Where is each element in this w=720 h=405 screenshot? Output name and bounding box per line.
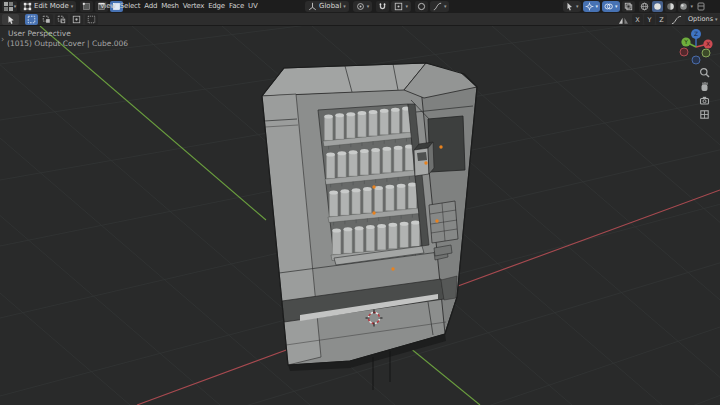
menu-mesh[interactable]: Mesh (159, 0, 181, 13)
active-object-label: (1015) Output Cover | Cube.006 (7, 39, 128, 48)
pan-hand-icon[interactable] (699, 81, 710, 92)
select-extend-mode[interactable] (40, 14, 53, 25)
coin-box-side (428, 142, 434, 174)
chevron-down-icon: ▾ (576, 1, 579, 12)
chevron-down-icon: ▾ (367, 1, 370, 12)
mirror-x-toggle[interactable]: X (632, 14, 643, 25)
tool-settings-bar: X Y Z Options ▾ (0, 13, 720, 26)
vertex-select-icon (82, 2, 91, 11)
show-overlays-toggle[interactable]: ▾ (602, 1, 620, 12)
right-face-recess (441, 276, 457, 300)
chevron-down-icon: ▾ (691, 1, 694, 12)
orientation-axes-icon (308, 2, 317, 11)
gizmo-minus-y-axis[interactable] (702, 49, 710, 57)
select-subtract-mode[interactable] (55, 14, 68, 25)
viewport-header: ▾ Edit Mode ▾ (0, 0, 720, 13)
chevron-down-icon: ▾ (14, 1, 17, 12)
select-extend-icon (42, 15, 51, 24)
rendered-sphere-icon (679, 2, 688, 11)
shading-wireframe-button[interactable] (639, 1, 650, 12)
editor-type-icon (3, 1, 14, 12)
gizmo-z-label: Z (694, 30, 698, 37)
menu-vertex[interactable]: Vertex (181, 0, 206, 13)
object-visibility-dropdown[interactable]: ▾ (563, 1, 581, 12)
show-gizmo-toggle[interactable]: ▾ (583, 1, 601, 12)
snap-toggle[interactable] (376, 1, 389, 12)
shading-solid-button[interactable] (652, 1, 663, 12)
visibility-pointer-icon (565, 2, 574, 11)
viewport-nav-controls (699, 67, 711, 120)
select-invert-mode[interactable] (70, 14, 83, 25)
gizmo-minus-x-axis[interactable] (680, 48, 688, 56)
proportional-circle-icon (417, 2, 426, 11)
shading-material-button[interactable] (665, 1, 676, 12)
menu-edge[interactable]: Edge (206, 0, 227, 13)
select-intersect-icon (87, 15, 96, 24)
camera-view-icon[interactable] (699, 95, 710, 106)
orientation-label: Global (319, 1, 341, 12)
select-invert-icon (72, 15, 81, 24)
select-new-icon (27, 15, 36, 24)
overlays-icon (604, 2, 613, 11)
select-set-mode[interactable] (25, 14, 38, 25)
xray-toggle[interactable] (622, 1, 635, 12)
proportional-editing-toggle[interactable] (415, 1, 428, 12)
xray-icon (624, 2, 633, 11)
options-dropdown[interactable]: Options ▾ (685, 14, 720, 25)
transform-orientation-dropdown[interactable]: Global ▾ (305, 1, 349, 12)
select-intersect-mode[interactable] (85, 14, 98, 25)
proportional-falloff-dropdown[interactable]: ▾ (430, 1, 450, 12)
header-edge-icon (697, 1, 705, 12)
menu-face[interactable]: Face (227, 0, 246, 13)
viewport-3d[interactable] (0, 0, 720, 405)
mirror-y-toggle[interactable]: Y (644, 14, 655, 25)
mode-label: Edit Mode (34, 1, 69, 12)
mode-dropdown[interactable]: Edit Mode ▾ (20, 1, 76, 12)
gizmo-icon (585, 2, 594, 11)
wireframe-sphere-icon (640, 2, 649, 11)
active-tool-button[interactable] (2, 14, 19, 25)
zoom-tool-icon[interactable] (699, 67, 710, 78)
chevron-down-icon: ▾ (343, 1, 346, 12)
chevron-down-icon: ▾ (596, 1, 599, 12)
edit-mode-icon (23, 2, 32, 11)
mirror-icon (618, 15, 629, 25)
chevron-down-icon: ▾ (71, 1, 74, 12)
falloff-curve-icon (433, 2, 442, 11)
menu-uv[interactable]: UV (246, 0, 260, 13)
tweak-cursor-icon (6, 15, 15, 25)
menu-select[interactable]: Select (118, 0, 142, 13)
chevron-down-icon: ▾ (615, 1, 618, 12)
magnet-icon (378, 2, 387, 11)
options-label: Options (688, 14, 713, 25)
gizmo-minus-z-axis[interactable] (692, 56, 700, 64)
perspective-toggle-icon[interactable] (699, 109, 710, 120)
mirror-z-toggle[interactable]: Z (656, 14, 667, 25)
pivot-point-icon (356, 2, 365, 11)
solid-sphere-icon (653, 2, 662, 11)
chevron-down-icon: ▾ (405, 1, 408, 12)
select-subtract-icon (57, 15, 66, 24)
chevron-down-icon: ▾ (715, 14, 718, 25)
pivot-point-dropdown[interactable]: ▾ (353, 1, 373, 12)
chevron-down-icon: ▾ (444, 1, 447, 12)
snap-settings-dropdown[interactable]: ▾ (391, 1, 411, 12)
menu-bar: View Select Add Mesh Vertex Edge Face UV (98, 1, 260, 12)
menu-view[interactable]: View (98, 0, 118, 13)
toolbar-expand-arrow[interactable]: › (1, 35, 4, 44)
menu-add[interactable]: Add (142, 0, 159, 13)
gizmo-x-label: X (706, 40, 710, 47)
shading-rendered-button[interactable] (678, 1, 689, 12)
vending-machine-model[interactable] (262, 63, 477, 390)
blender-window: { "header": { "mode_label": "Edit Mode",… (0, 0, 720, 405)
snap-target-icon (394, 2, 403, 11)
navigation-gizmo[interactable]: Z X Y (676, 26, 718, 68)
coin-slot (417, 152, 427, 161)
gizmo-y-label: Y (683, 38, 688, 45)
select-mode-vertex[interactable] (80, 1, 93, 12)
view-perspective-label: User Perspective (8, 29, 71, 38)
editor-type-button[interactable]: ▾ (2, 1, 17, 12)
material-sphere-icon (666, 2, 675, 11)
snap-falloff-icon (671, 15, 682, 25)
